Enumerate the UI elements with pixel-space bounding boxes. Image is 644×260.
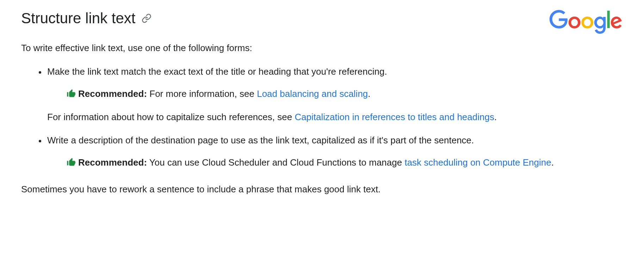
link-capitalization-references[interactable]: Capitalization in references to titles a…: [295, 112, 494, 122]
page: Structure link text To write effective l…: [0, 0, 644, 260]
heading-text: Structure link text: [21, 10, 135, 27]
intro-paragraph: To write effective link text, use one of…: [21, 42, 623, 55]
recommended-callout: Recommended: You can use Cloud Scheduler…: [66, 156, 623, 171]
followup-after: .: [494, 112, 497, 122]
callout-text-after: .: [551, 157, 554, 168]
thumbs-up-icon: [66, 157, 76, 171]
outro-paragraph: Sometimes you have to rework a sentence …: [21, 183, 623, 196]
recommended-label: Recommended:: [78, 88, 147, 99]
list-item-text: Make the link text match the exact text …: [47, 66, 387, 77]
section-heading: Structure link text: [21, 10, 623, 27]
list-item: Write a description of the destination p…: [46, 134, 623, 171]
list-item: Make the link text match the exact text …: [46, 65, 623, 124]
callout-text-after: .: [368, 88, 370, 99]
thumbs-up-icon: [66, 88, 76, 102]
link-load-balancing[interactable]: Load balancing and scaling: [257, 88, 368, 99]
list-item-text: Write a description of the destination p…: [47, 135, 474, 146]
followup-before: For information about how to capitalize …: [47, 112, 295, 122]
recommended-label: Recommended:: [78, 157, 147, 168]
link-task-scheduling[interactable]: task scheduling on Compute Engine: [404, 157, 551, 168]
callout-text-before: You can use Cloud Scheduler and Cloud Fu…: [147, 157, 404, 168]
recommended-callout: Recommended: For more information, see L…: [66, 87, 623, 102]
google-logo-svg: [549, 10, 623, 35]
callout-text-before: For more information, see: [147, 88, 257, 99]
anchor-link-icon[interactable]: [142, 13, 151, 23]
google-logo: [549, 10, 623, 36]
forms-list: Make the link text match the exact text …: [21, 65, 623, 171]
followup-paragraph: For information about how to capitalize …: [47, 111, 623, 124]
